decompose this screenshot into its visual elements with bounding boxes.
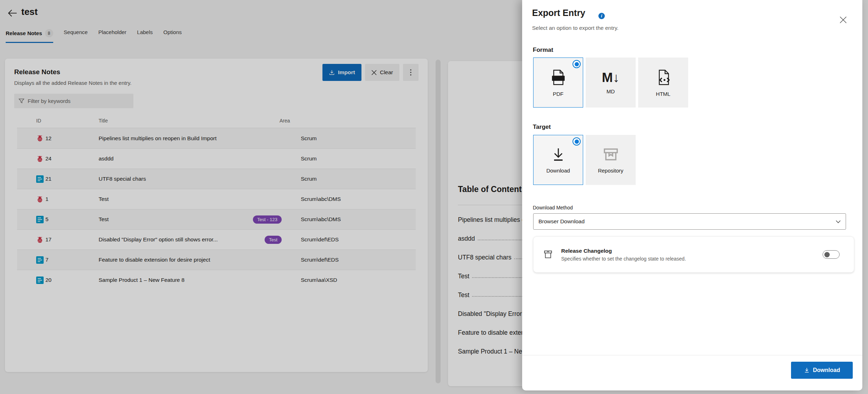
target-option-download[interactable]: Download bbox=[533, 135, 583, 185]
download-method-label: Download Method bbox=[533, 205, 573, 210]
format-option-pdf[interactable]: PDF PDF bbox=[533, 58, 583, 108]
info-icon[interactable]: i bbox=[598, 13, 605, 19]
repository-box-icon bbox=[602, 146, 619, 163]
changelog-title: Release Changelog bbox=[561, 248, 823, 254]
format-option-md[interactable]: M↓ MD bbox=[586, 58, 636, 108]
format-section-label: Format bbox=[533, 46, 553, 54]
target-option-label: Download bbox=[546, 168, 570, 174]
download-button-label: Download bbox=[813, 367, 840, 373]
pdf-file-icon: PDF bbox=[549, 68, 568, 87]
radio-selected-icon bbox=[573, 60, 581, 68]
dialog-title: Export Entry bbox=[532, 8, 585, 18]
svg-text:PDF: PDF bbox=[554, 76, 562, 81]
toggle-knob bbox=[824, 252, 830, 257]
export-entry-dialog: Export Entry i Select an option to expor… bbox=[522, 0, 862, 390]
chevron-down-icon bbox=[836, 220, 841, 223]
format-option-label: PDF bbox=[553, 91, 564, 97]
html-file-icon bbox=[654, 68, 673, 87]
download-arrow-icon bbox=[550, 146, 567, 163]
target-section-label: Target bbox=[533, 124, 551, 131]
download-button[interactable]: Download bbox=[791, 362, 853, 379]
target-option-label: Repository bbox=[598, 168, 624, 174]
download-method-select[interactable]: Browser Download bbox=[533, 213, 846, 230]
format-option-label: MD bbox=[607, 88, 615, 94]
format-options: PDF PDF M↓ MD HTML bbox=[533, 58, 688, 108]
changelog-description: Specifies whether to set the changelog s… bbox=[561, 256, 823, 262]
dialog-footer-divider bbox=[522, 355, 862, 355]
download-icon bbox=[804, 367, 810, 373]
close-icon bbox=[839, 16, 847, 24]
changelog-toggle[interactable] bbox=[823, 250, 840, 259]
radio-selected-icon bbox=[573, 137, 581, 146]
target-options: Download Repository bbox=[533, 135, 636, 185]
release-changelog-card: Release Changelog Specifies whether to s… bbox=[533, 236, 854, 273]
dialog-subtitle: Select an option to export the entry. bbox=[532, 25, 619, 31]
markdown-icon: M↓ bbox=[602, 71, 619, 84]
changelog-archive-icon bbox=[543, 249, 553, 260]
target-option-repository[interactable]: Repository bbox=[586, 135, 636, 185]
download-method-value: Browser Download bbox=[538, 218, 836, 225]
format-option-html[interactable]: HTML bbox=[638, 58, 688, 108]
format-option-label: HTML bbox=[656, 91, 670, 97]
dialog-close-button[interactable] bbox=[839, 14, 851, 26]
